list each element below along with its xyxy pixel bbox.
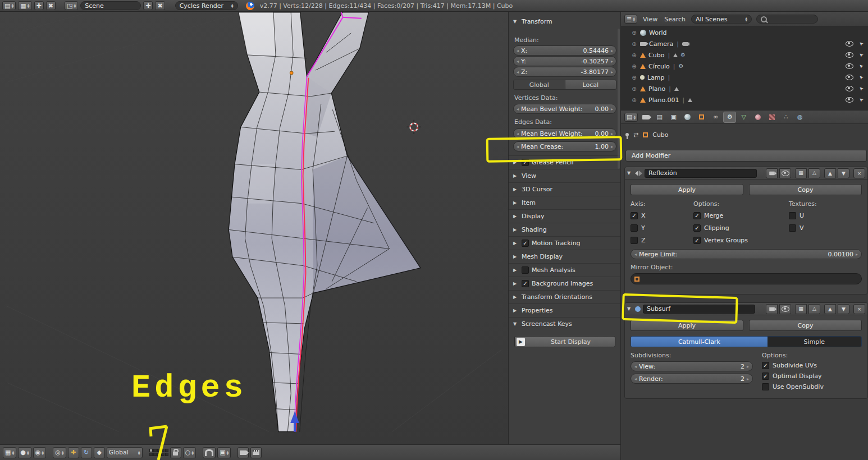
expand-icon[interactable]: ⊕ [631, 63, 637, 70]
axis-y-checkbox[interactable]: ✓ [631, 224, 638, 232]
visibility-eye-icon[interactable] [846, 75, 853, 80]
decrement-arrow-icon[interactable]: ◂ [634, 252, 637, 257]
panel-header-grease-pencil[interactable]: ▶ ✓ Grease Pencil [509, 155, 621, 169]
tab-particles[interactable]: ∴ [779, 112, 792, 123]
visibility-eye-icon[interactable] [846, 52, 853, 58]
texture-u-checkbox[interactable]: ✓ [789, 212, 796, 219]
expand-icon[interactable]: ⊕ [631, 97, 637, 103]
increment-arrow-icon[interactable]: ▸ [856, 252, 858, 257]
screen-layout-add-button[interactable]: ✚ [34, 1, 44, 10]
background-images-checkbox[interactable]: ✓ [522, 280, 529, 287]
increment-arrow-icon[interactable]: ▸ [611, 107, 613, 112]
toggle-viewport-visibility-button[interactable] [779, 304, 791, 314]
mirror-object-field[interactable] [631, 273, 862, 284]
outliner-row-circulo[interactable]: ⊕ Círculo | ⚙ ➤ [621, 61, 868, 72]
expand-icon[interactable]: ⊕ [631, 30, 637, 36]
npanel-scrollbar[interactable] [618, 29, 620, 169]
outliner-row-camera[interactable]: ⊕ Camera | ➤ [621, 38, 868, 49]
tab-physics[interactable]: ◍ [793, 112, 806, 123]
increment-arrow-icon[interactable]: ▸ [611, 48, 613, 53]
tab-scene[interactable]: ▣ [667, 112, 680, 123]
panel-header-motion-tracking[interactable]: ▶ ✓ Motion Tracking [509, 236, 621, 250]
decrement-arrow-icon[interactable]: ◂ [634, 376, 637, 381]
panel-header-screencast-keys[interactable]: ▼ Screencast Keys [509, 317, 621, 330]
view-menu[interactable]: View [642, 16, 659, 23]
snap-toggle-button[interactable] [203, 447, 216, 458]
tab-modifiers[interactable]: ⚙ [723, 112, 736, 123]
expand-icon[interactable]: ⊕ [631, 86, 637, 92]
outliner-row-cubo[interactable]: ⊕ Cubo | ⚙ ➤ [621, 49, 868, 61]
panel-header-mesh-display[interactable]: ▶ Mesh Display [509, 250, 621, 263]
median-y-field[interactable]: ◂ Y: -0.30257 ▸ [513, 56, 616, 66]
move-modifier-up-button[interactable]: ▲ [824, 168, 836, 178]
add-modifier-dropdown[interactable]: Add Modifier [625, 150, 867, 162]
selectable-cursor-icon[interactable]: ➤ [858, 85, 865, 92]
axis-z-checkbox[interactable]: ✓ [631, 237, 638, 244]
optimal-display-checkbox[interactable]: ✓ [762, 372, 769, 380]
interaction-mode-dropdown[interactable]: ● ▲▼ [18, 447, 31, 458]
selectable-cursor-icon[interactable]: ➤ [858, 96, 865, 103]
panel-header-3d-cursor[interactable]: ▶ 3D Cursor [509, 182, 621, 196]
decrement-arrow-icon[interactable]: ◂ [517, 48, 519, 53]
lock-to-scene-button[interactable] [170, 447, 181, 458]
editor-type-button[interactable]: ▤ ▲▼ [2, 1, 16, 10]
decrement-arrow-icon[interactable]: ◂ [517, 70, 519, 75]
expand-icon[interactable]: ⊕ [631, 41, 637, 47]
panel-header-display[interactable]: ▶ Display [509, 209, 621, 223]
clipping-checkbox[interactable]: ✓ [693, 224, 701, 232]
decrement-arrow-icon[interactable]: ◂ [517, 59, 519, 64]
selectable-cursor-icon[interactable]: ➤ [858, 40, 865, 47]
move-modifier-down-button[interactable]: ▼ [838, 304, 849, 314]
visibility-eye-icon[interactable] [846, 41, 853, 47]
catmull-clark-button[interactable]: Catmull-Clark [631, 337, 768, 347]
decrement-arrow-icon[interactable]: ◂ [517, 131, 519, 136]
increment-arrow-icon[interactable]: ▸ [747, 376, 749, 381]
tab-render-layers[interactable]: ▤ [653, 112, 666, 123]
increment-arrow-icon[interactable]: ▸ [747, 364, 749, 369]
outliner-row-plano-001[interactable]: ⊕ Plano.001 | ➤ [621, 94, 868, 105]
use-opensubdiv-checkbox[interactable]: ✓ [762, 383, 769, 390]
modifier-name-field[interactable]: Subsurf [643, 305, 755, 314]
increment-arrow-icon[interactable]: ▸ [611, 59, 613, 64]
decrement-arrow-icon[interactable]: ◂ [634, 364, 637, 369]
screen-layout-browse-button[interactable]: ▦ ▲▼ [18, 1, 31, 10]
merge-checkbox[interactable]: ✓ [693, 212, 701, 219]
toggle-viewport-visibility-button[interactable] [779, 168, 791, 178]
viewport-3d[interactable] [0, 12, 508, 444]
render-subdivisions-field[interactable]: ◂ Render: 2 ▸ [631, 374, 753, 384]
tab-material[interactable] [751, 112, 764, 123]
texture-v-checkbox[interactable]: ✓ [789, 224, 796, 232]
pin-icon[interactable] [625, 133, 629, 136]
panel-header-view[interactable]: ▶ View [509, 169, 621, 182]
scene-add-button[interactable]: ✚ [143, 1, 153, 10]
mean-crease-field[interactable]: ◂ Mean Crease: 1.00 ▸ [513, 141, 616, 151]
tab-object-data[interactable]: ▽ [737, 112, 750, 123]
panel-header-mesh-analysis[interactable]: ▶ ✓ Mesh Analysis [509, 263, 621, 277]
navigate-arrows-icon[interactable]: ⇄ [633, 132, 638, 138]
tab-texture[interactable] [765, 112, 778, 123]
motion-tracking-checkbox[interactable]: ✓ [522, 240, 529, 247]
outliner-search-input[interactable] [756, 15, 818, 24]
editor-type-button[interactable]: ≣ ▲▼ [624, 15, 637, 24]
visibility-eye-icon[interactable] [846, 86, 853, 91]
toggle-cage-button[interactable]: △ [808, 304, 820, 314]
copy-button[interactable]: Copy [749, 320, 862, 331]
visibility-eye-icon[interactable] [846, 97, 853, 103]
editor-type-button[interactable]: ▤ ▲▼ [624, 113, 638, 122]
scene-browse-button[interactable]: ◳ ▲▼ [65, 1, 78, 10]
grease-pencil-checkbox[interactable]: ✓ [522, 159, 529, 166]
scene-delete-button[interactable]: ✖ [155, 1, 165, 10]
tab-constraints[interactable]: ∞ [709, 112, 722, 123]
increment-arrow-icon[interactable]: ▸ [611, 70, 613, 75]
panel-header-item[interactable]: ▶ Item [509, 196, 621, 209]
pivot-point-dropdown[interactable]: ◎ ▲▼ [53, 447, 66, 458]
modifier-name-field[interactable]: Reflexión [645, 169, 757, 178]
median-x-field[interactable]: ◂ X: 0.54446 ▸ [513, 45, 616, 56]
panel-header-shading[interactable]: ▶ Shading [509, 223, 621, 236]
expand-icon[interactable]: ⊕ [631, 52, 637, 58]
proportional-editing-dropdown[interactable]: ○ ▲▼ [183, 447, 196, 458]
merge-limit-field[interactable]: ◂ Merge Limit: 0.00100 ▸ [631, 249, 862, 259]
toggle-render-button[interactable] [766, 304, 778, 314]
global-button[interactable]: Global [514, 80, 565, 89]
move-modifier-up-button[interactable]: ▲ [824, 304, 836, 314]
